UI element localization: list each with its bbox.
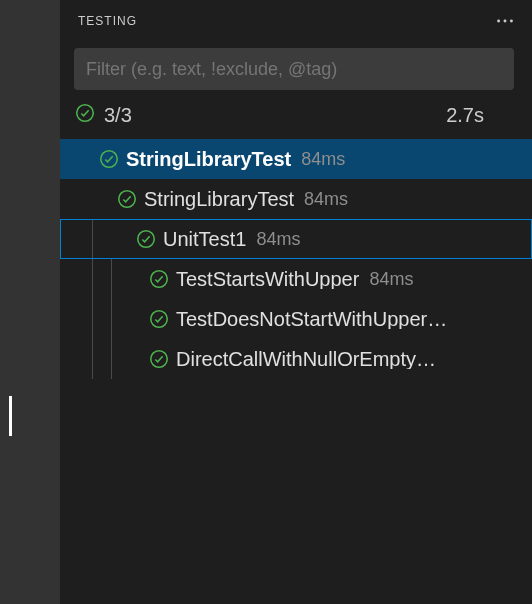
chevron-down-icon[interactable] — [74, 149, 94, 169]
activity-bar — [0, 0, 60, 604]
activity-testing[interactable] — [9, 396, 52, 436]
show-output-button[interactable] — [454, 4, 488, 38]
node-duration: 84ms — [369, 270, 413, 288]
debug-test-button[interactable] — [496, 227, 518, 252]
node-label: TestDoesNotStartWithUpper — [176, 309, 427, 329]
pass-icon — [74, 102, 96, 129]
status-row: 3/3 2.7s — [60, 96, 532, 139]
pass-icon — [148, 268, 170, 290]
panel-title: TESTING — [78, 14, 137, 28]
node-label: StringLibraryTest — [144, 189, 294, 209]
pass-icon — [135, 228, 157, 250]
more-actions-button[interactable] — [488, 4, 522, 38]
tests-count: 3/3 — [104, 104, 132, 127]
run-test-button[interactable] — [472, 228, 492, 251]
tree-row-test[interactable]: TestStartsWithUpper 84ms — [60, 259, 532, 299]
filter-row — [60, 42, 532, 96]
chevron-down-icon[interactable] — [111, 229, 131, 249]
chevron-down-icon[interactable] — [92, 189, 112, 209]
refresh-tests-button[interactable] — [352, 4, 386, 38]
rerun-button[interactable] — [492, 102, 514, 129]
node-duration: 84ms — [304, 190, 348, 208]
node-label: TestStartsWithUpper — [176, 269, 359, 289]
node-label: UnitTest1 — [163, 229, 246, 249]
tree-row-test[interactable]: TestDoesNotStartWithUpper … — [60, 299, 532, 339]
filter-input[interactable] — [84, 58, 482, 81]
activity-extensions[interactable] — [9, 268, 52, 308]
panel-header: TESTING — [60, 0, 532, 42]
activity-source-control[interactable] — [9, 140, 52, 180]
pass-icon — [148, 308, 170, 330]
activity-search[interactable] — [9, 76, 52, 116]
pass-icon — [98, 148, 120, 170]
run-all-button[interactable] — [386, 4, 420, 38]
testing-panel: TESTING 3/3 2.7s — [60, 0, 532, 604]
filter-box — [74, 48, 514, 90]
app: TESTING 3/3 2.7s — [0, 0, 532, 604]
test-tree: StringLibraryTest 84ms StringLibraryTest… — [60, 139, 532, 379]
tree-row-project[interactable]: StringLibraryTest 84ms — [60, 179, 532, 219]
pass-icon — [116, 188, 138, 210]
pass-icon — [148, 348, 170, 370]
node-duration: 84ms — [256, 230, 300, 248]
filter-icon[interactable] — [482, 56, 504, 82]
debug-all-button[interactable] — [420, 4, 454, 38]
run-duration: 2.7s — [446, 104, 484, 127]
tree-row-root[interactable]: StringLibraryTest 84ms — [60, 139, 532, 179]
node-label: StringLibraryTest — [126, 149, 291, 169]
tree-row-class[interactable]: UnitTest1 84ms — [60, 219, 532, 259]
activity-run-debug[interactable] — [9, 204, 52, 244]
node-label: DirectCallWithNullOrEmpty — [176, 349, 416, 369]
activity-remote[interactable] — [9, 332, 52, 372]
tree-row-test[interactable]: DirectCallWithNullOrEmpty … — [60, 339, 532, 379]
activity-files[interactable] — [9, 12, 52, 52]
node-duration: 84ms — [301, 150, 345, 168]
